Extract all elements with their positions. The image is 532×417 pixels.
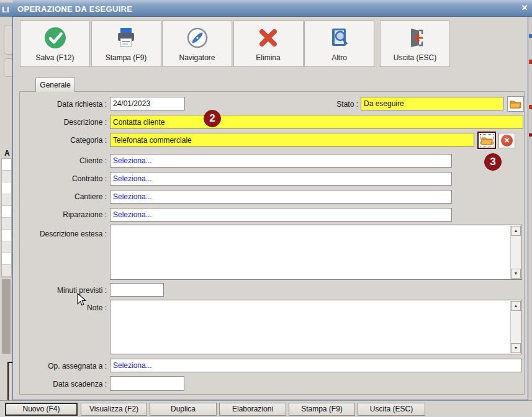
uscita-bottom-button[interactable]: Uscita (ESC) xyxy=(358,403,425,416)
altro-button-label: Altro xyxy=(305,53,374,62)
cantiere-label: Cantiere : xyxy=(14,192,107,201)
data-richiesta-input[interactable] xyxy=(110,97,185,110)
background-scroll-fragment xyxy=(2,279,11,354)
background-table-row xyxy=(2,241,11,253)
dialog-titlebar[interactable]: OPERAZIONE DA ESEGUIRE ✕ xyxy=(12,0,532,17)
minuti-previsti-input[interactable] xyxy=(110,283,164,297)
uscita-button[interactable]: Uscita (ESC) xyxy=(380,20,450,67)
compass-icon xyxy=(186,26,209,50)
background-table-row xyxy=(2,265,11,277)
exit-door-icon xyxy=(404,26,427,50)
cliente-input[interactable] xyxy=(110,154,452,168)
background-fragment xyxy=(529,60,532,64)
background-fragment xyxy=(529,105,532,109)
stato-input[interactable] xyxy=(361,97,503,110)
riparazione-label: Riparazione : xyxy=(14,210,107,219)
categoria-lookup-button[interactable] xyxy=(478,132,495,148)
categoria-label: Categoria : xyxy=(14,136,107,145)
visualizza-button[interactable]: Visualizza (F2) xyxy=(81,403,147,416)
cantiere-input[interactable] xyxy=(110,190,452,204)
duplica-button[interactable]: Duplica xyxy=(150,403,217,416)
op-assegnata-label: Op. assegnata a : xyxy=(14,362,107,370)
salva-button[interactable]: Salva (F12) xyxy=(20,20,90,67)
contratto-input[interactable] xyxy=(110,172,452,186)
background-table-row xyxy=(2,253,11,265)
navigatore-button[interactable]: Navigatore xyxy=(162,20,232,67)
background-table-row xyxy=(2,218,11,230)
altro-button[interactable]: Altro xyxy=(304,20,374,67)
stampa-bottom-button[interactable]: Stampa (F9) xyxy=(289,403,355,416)
nuovo-button[interactable]: Nuovo (F4) xyxy=(5,403,78,416)
stato-lookup-button[interactable] xyxy=(507,96,524,112)
background-table-row xyxy=(2,206,11,218)
contratto-label: Contratto : xyxy=(14,174,107,183)
data-scadenza-input[interactable] xyxy=(110,376,184,391)
categoria-input[interactable] xyxy=(110,133,474,147)
stampa-button[interactable]: Stampa (F9) xyxy=(91,20,161,67)
categoria-clear-button[interactable]: ✕ xyxy=(498,133,515,148)
background-table-row xyxy=(2,159,11,171)
clear-x-icon: ✕ xyxy=(501,135,513,146)
stampa-button-label: Stampa (F9) xyxy=(92,53,161,62)
mouse-cursor xyxy=(77,293,86,307)
background-table-row xyxy=(2,182,11,194)
scroll-down-icon[interactable]: ▼ xyxy=(511,269,521,279)
screen: LI A Salva (F12) xyxy=(0,0,532,417)
data-richiesta-label: Data richiesta : xyxy=(14,100,107,109)
note-scrollbar[interactable]: ▲ ▼ xyxy=(510,301,521,353)
background-table-row xyxy=(2,194,11,206)
background-bottom-bar: Nuovo (F4) Visualizza (F2) Duplica Elabo… xyxy=(0,400,532,417)
minuti-previsti-label: Minuti previsti : xyxy=(14,286,107,295)
elaborazioni-button[interactable]: Elaborazioni xyxy=(219,403,286,416)
folder-icon xyxy=(510,99,521,109)
background-fragment xyxy=(529,34,532,38)
annotation-badge-2: 2 xyxy=(204,110,221,127)
background-right-strip xyxy=(528,17,532,400)
descrizione-estesa-textarea[interactable]: ▲ ▼ xyxy=(110,225,522,280)
background-window-titlebar: LI xyxy=(0,2,12,17)
elimina-button-label: Elimina xyxy=(234,53,303,62)
descrizione-estesa-label: Descrizione estesa : xyxy=(14,230,107,238)
descrizione-estesa-scrollbar[interactable]: ▲ ▼ xyxy=(510,226,521,279)
note-textarea[interactable]: ▲ ▼ xyxy=(110,300,522,354)
descrizione-input[interactable] xyxy=(110,115,523,129)
scroll-up-icon[interactable]: ▲ xyxy=(511,226,521,236)
riparazione-input[interactable] xyxy=(110,208,452,222)
data-scadenza-label: Data scadenza : xyxy=(14,380,107,388)
salva-button-label: Salva (F12) xyxy=(20,53,89,62)
scroll-down-icon[interactable]: ▼ xyxy=(511,343,521,353)
uscita-button-label: Uscita (ESC) xyxy=(381,53,449,62)
navigatore-button-label: Navigatore xyxy=(163,53,232,62)
elimina-button[interactable]: Elimina xyxy=(233,20,304,67)
dialog-title: OPERAZIONE DA ESEGUIRE xyxy=(17,4,132,14)
stato-label: Stato : xyxy=(265,100,358,109)
background-fragment xyxy=(529,133,532,137)
annotation-badge-3: 3 xyxy=(484,153,502,171)
save-check-icon xyxy=(43,26,67,50)
descrizione-label: Descrizione : xyxy=(14,118,107,127)
op-assegnata-input[interactable] xyxy=(110,359,522,372)
note-label: Note : xyxy=(14,303,107,312)
background-column-label: A xyxy=(4,149,10,158)
scroll-up-icon[interactable]: ▲ xyxy=(511,301,521,311)
background-table-row xyxy=(2,171,11,182)
delete-x-icon xyxy=(256,26,280,50)
folder-icon xyxy=(481,136,493,145)
tab-generale[interactable]: Generale xyxy=(35,78,75,92)
close-icon[interactable]: ✕ xyxy=(520,3,530,13)
cliente-label: Cliente : xyxy=(14,156,107,165)
book-search-icon xyxy=(328,26,351,50)
background-table-row xyxy=(2,230,11,241)
background-table-fragment xyxy=(1,158,12,277)
printer-icon xyxy=(114,26,138,50)
